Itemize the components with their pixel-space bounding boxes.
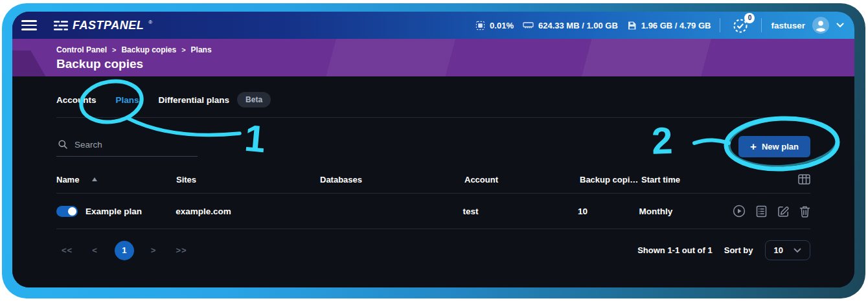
disk-usage-stat: 1.96 GB / 4.79 GB xyxy=(627,21,711,30)
registered-mark: ® xyxy=(148,19,152,25)
plan-backup-copies: 10 xyxy=(578,207,639,216)
table-row: Example plan example.com test 10 Monthly xyxy=(56,194,810,229)
tab-accounts[interactable]: Accounts xyxy=(56,95,97,105)
username: fastuser xyxy=(771,21,805,30)
breadcrumb: Control Panel > Backup copies > Plans xyxy=(56,45,854,54)
search-input[interactable] xyxy=(74,140,196,150)
toolbar: + New plan xyxy=(56,136,810,157)
table-header: Name Sites Databases Account Backup copi… xyxy=(56,174,810,194)
avatar xyxy=(812,16,830,34)
user-menu[interactable]: fastuser xyxy=(771,16,844,34)
breadcrumb-separator: > xyxy=(181,46,185,54)
breadcrumb-separator: > xyxy=(112,46,116,54)
tab-plans[interactable]: Plans xyxy=(116,95,139,105)
breadcrumb-backup-copies[interactable]: Backup copies xyxy=(121,45,176,54)
tasks-icon[interactable]: 0 xyxy=(732,17,749,34)
disk-icon xyxy=(627,21,637,30)
column-header-account[interactable]: Account xyxy=(464,175,580,185)
column-header-start-time[interactable]: Start time xyxy=(641,175,735,185)
sort-by-label: Sort by xyxy=(724,245,753,255)
current-page-button[interactable]: 1 xyxy=(115,241,134,260)
cpu-icon xyxy=(475,21,485,30)
prev-page-button[interactable]: < xyxy=(87,245,103,255)
tab-bar: Accounts Plans Differential plans Beta xyxy=(56,76,810,118)
page-header-banner: Control Panel > Backup copies > Plans Ba… xyxy=(12,39,854,76)
page-size-value: 10 xyxy=(774,245,783,255)
search-box[interactable] xyxy=(56,137,198,157)
topbar: FASTPANEL ® 0.01% 624.33 MB / 1.00 GB xyxy=(12,12,854,39)
fastpanel-logo[interactable]: FASTPANEL ® xyxy=(54,19,152,32)
disk-usage-value: 1.96 GB / 4.79 GB xyxy=(641,21,711,30)
ram-usage-value: 624.33 MB / 1.00 GB xyxy=(538,21,618,30)
main-content: Accounts Plans Differential plans Beta +… xyxy=(12,76,854,287)
tab-differential-plans[interactable]: Differential plans xyxy=(159,95,230,105)
plan-enabled-toggle[interactable] xyxy=(56,206,78,217)
last-page-button[interactable]: >> xyxy=(170,245,192,255)
app-frame: FASTPANEL ® 0.01% 624.33 MB / 1.00 GB xyxy=(2,3,865,298)
page-title: Backup copies xyxy=(56,57,854,71)
page-size-select[interactable]: 10 xyxy=(765,240,810,260)
chevron-down-icon xyxy=(794,248,801,253)
beta-badge: Beta xyxy=(237,92,271,107)
ram-icon xyxy=(523,21,534,30)
divider xyxy=(720,18,720,32)
shown-count-text: Shown 1-1 out of 1 xyxy=(637,245,713,255)
plan-sites: example.com xyxy=(176,207,319,216)
tasks-count-badge: 0 xyxy=(744,13,755,23)
plan-name: Example plan xyxy=(86,207,142,216)
pagination: << < 1 > >> Shown 1-1 out of 1 Sort by 1… xyxy=(56,240,810,260)
column-header-name[interactable]: Name xyxy=(56,175,176,185)
breadcrumb-plans[interactable]: Plans xyxy=(191,45,212,54)
ram-usage-stat: 624.33 MB / 1.00 GB xyxy=(523,21,618,30)
run-plan-icon[interactable] xyxy=(733,205,746,218)
plan-log-icon[interactable] xyxy=(755,205,768,218)
edit-plan-icon[interactable] xyxy=(777,205,790,218)
new-plan-label: New plan xyxy=(762,142,799,152)
plus-icon: + xyxy=(750,142,757,151)
cpu-usage-stat: 0.01% xyxy=(475,21,514,30)
new-plan-button[interactable]: + New plan xyxy=(738,136,810,157)
search-icon xyxy=(58,139,68,150)
plan-account: test xyxy=(463,207,578,216)
sort-asc-icon xyxy=(92,177,97,181)
columns-settings-icon[interactable] xyxy=(798,174,810,185)
divider xyxy=(761,18,762,32)
chevron-down-icon xyxy=(836,23,844,28)
column-header-databases[interactable]: Databases xyxy=(320,175,464,185)
first-page-button[interactable]: << xyxy=(56,245,78,255)
plan-start-time: Monthly xyxy=(639,207,733,216)
fastpanel-logo-icon xyxy=(54,20,68,31)
delete-plan-icon[interactable] xyxy=(799,205,810,218)
breadcrumb-control-panel[interactable]: Control Panel xyxy=(56,45,107,54)
column-header-backup-copies[interactable]: Backup copi… xyxy=(580,175,641,185)
hamburger-menu-icon[interactable] xyxy=(21,20,37,30)
cpu-usage-value: 0.01% xyxy=(490,21,514,30)
column-header-sites[interactable]: Sites xyxy=(176,175,320,185)
next-page-button[interactable]: > xyxy=(146,245,162,255)
logo-text: FASTPANEL xyxy=(73,19,144,32)
app-window: FASTPANEL ® 0.01% 624.33 MB / 1.00 GB xyxy=(12,12,854,287)
